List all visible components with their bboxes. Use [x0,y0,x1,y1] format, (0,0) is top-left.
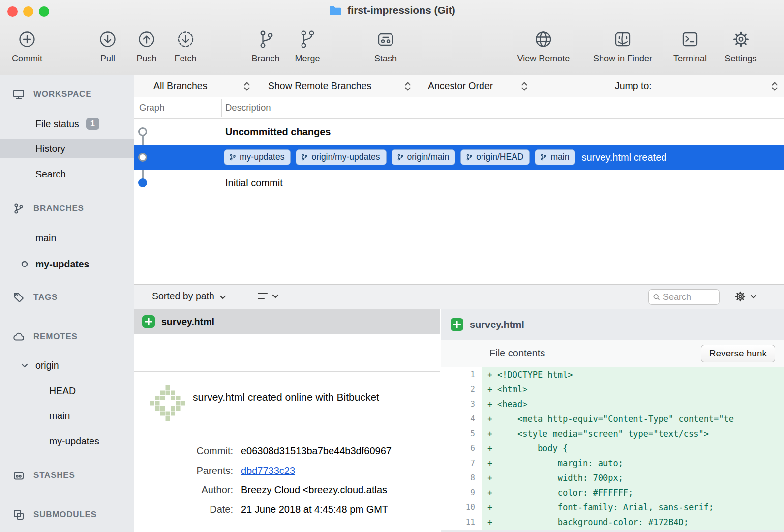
stash-toolbar-button[interactable]: Stash [374,29,397,64]
tags-icon [13,292,25,303]
column-divider[interactable] [221,99,222,117]
show-remote-stepper-icon[interactable] [404,80,411,92]
history-row-selected-commit[interactable]: my-updates origin/my-updates origin/main… [134,145,784,170]
parent-commit-link[interactable]: dbd7733c23 [241,465,295,476]
fetch-toolbar-button[interactable]: Fetch [174,29,196,64]
ancestor-order-stepper-icon[interactable] [521,80,528,92]
branch-toolbar-button[interactable]: Branch [251,29,279,64]
diff-line: 11 + background-color: #172B4D; [441,515,784,530]
window-titlebar: first-impressions (Git) [0,4,784,16]
reverse-hunk-button[interactable]: Reverse hunk [701,345,775,362]
settings-label: Settings [724,54,756,64]
uncommitted-changes-text: Uncommitted changes [134,126,331,138]
diff-line: 9 + color: #FFFFFF; [441,485,784,500]
description-column-header[interactable]: Description [225,102,271,113]
commit-hash-value: e06308d31513ba7be44b3df60967 [241,445,392,457]
branch-pill-origin-my-updates: origin/my-updates [296,149,386,165]
push-toolbar-button[interactable]: Push [136,29,157,64]
branch-icon [255,29,276,50]
diff-line: 2 + <html> [441,382,784,397]
sidebar-remote-main[interactable]: main [0,406,134,425]
commit-date-row: Date: 21 June 2018 at 4:45:48 pm GMT [134,500,440,520]
merge-toolbar-button[interactable]: Merge [295,29,320,64]
show-in-finder-label: Show in Finder [593,54,652,64]
submodules-title: SUBMODULES [33,510,97,520]
file-contents-bar: File contents Reverse hunk [441,340,784,367]
sidebar-item-history[interactable]: History [0,139,134,158]
history-row-initial-commit[interactable]: Initial commit [134,170,784,196]
history-label: History [35,143,65,154]
pull-toolbar-button[interactable]: Pull [97,29,119,64]
diff-file-header: survey.html [441,309,784,340]
search-label: Search [35,169,66,180]
sidebar-branch-main[interactable]: main [0,228,134,248]
history-row-uncommitted[interactable]: Uncommitted changes [134,119,784,145]
workspace-icon [13,89,25,100]
stash-label: Stash [374,54,397,64]
search-input[interactable] [663,292,715,302]
file-search-box[interactable] [648,289,720,305]
current-branch-icon [21,260,29,268]
sidebar-remote-my-updates[interactable]: my-updates [0,431,134,451]
graph-node-selected [138,153,147,162]
commit-avatar [150,385,186,422]
branch-pill-label: origin/my-updates [311,152,380,162]
pull-icon [97,29,119,50]
remotes-icon [13,331,25,343]
added-marker: + [482,485,497,500]
sidebar-remote-origin[interactable]: origin [0,355,134,375]
all-branches-dropdown[interactable]: All Branches [153,80,207,91]
commit-label: Commit [12,54,42,64]
show-remote-branches-dropdown[interactable]: Show Remote Branches [268,80,371,91]
commit-toolbar-button[interactable]: Commit [12,29,42,64]
sidebar-section-workspace[interactable]: WORKSPACE [0,85,134,104]
file-added-icon [451,318,463,331]
line-number: 10 [441,500,482,515]
globe-icon [533,29,554,50]
line-number: 9 [441,485,482,500]
commit-meta: Commit: e06308d31513ba7be44b3df60967 Par… [134,442,440,519]
all-branches-stepper-icon[interactable] [243,80,250,92]
sidebar-branch-my-updates[interactable]: my-updates [0,254,134,274]
branch-icon [397,154,404,161]
sidebar-item-file-status[interactable]: File status 1 [0,114,134,134]
line-number: 1 [441,367,482,382]
added-marker: + [482,515,497,530]
sidebar-section-submodules[interactable]: SUBMODULES [0,505,134,525]
workspace-title: WORKSPACE [33,89,91,99]
line-number: 8 [441,471,482,485]
terminal-toolbar-button[interactable]: Terminal [673,29,707,64]
view-options-dropdown[interactable] [257,291,279,301]
code-text: background-color: #172B4D; [497,515,784,530]
file-options-dropdown[interactable] [733,290,757,303]
chevron-down-icon[interactable] [21,361,29,369]
view-remote-toolbar-button[interactable]: View Remote [517,29,570,64]
sidebar-section-tags[interactable]: TAGS [0,288,134,307]
date-value: 21 June 2018 at 4:45:48 pm GMT [241,504,388,515]
branch-pill-my-updates: my-updates [224,149,291,165]
settings-toolbar-button[interactable]: Settings [724,29,756,64]
selected-commit-message: survey.html created [581,152,666,163]
diff-line: 5 + <style media="screen" type="text/css… [441,426,784,441]
branch-icon [229,154,236,161]
history-filter-bar: All Branches Show Remote Branches Ancest… [134,75,784,97]
branch-pill-label: main [550,152,569,162]
show-in-finder-toolbar-button[interactable]: Show in Finder [593,29,652,64]
ancestor-order-dropdown[interactable]: Ancestor Order [428,80,493,91]
jump-to-stepper-icon[interactable] [771,80,778,92]
sidebar-section-stashes[interactable]: STASHES [0,466,134,485]
history-list: Uncommitted changes my-updates origin/my… [134,119,784,284]
code-text: <meta http-equiv="Content-Type" content=… [497,412,784,426]
sidebar-section-remotes[interactable]: REMOTES [0,327,134,347]
history-column-headers: Graph Description [134,97,784,119]
sidebar-section-branches[interactable]: BRANCHES [0,199,134,218]
sidebar-remote-head[interactable]: HEAD [0,381,134,401]
code-text: <!DOCTYPE html> [497,367,784,382]
sort-by-dropdown[interactable]: Sorted by path [152,291,226,302]
graph-column-header[interactable]: Graph [139,102,164,113]
stash-icon [375,29,396,50]
sidebar: WORKSPACE File status 1 History Search B… [0,75,134,532]
jump-to-dropdown[interactable]: Jump to: [615,80,652,91]
file-row-survey-html[interactable]: survey.html [134,309,440,334]
sidebar-item-search[interactable]: Search [0,164,134,184]
